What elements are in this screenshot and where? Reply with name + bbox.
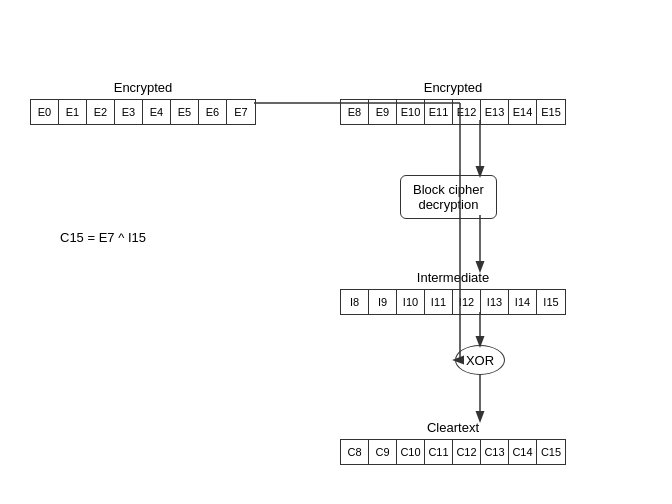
cell-e13: E13 xyxy=(481,100,509,124)
intermediate-group: Intermediate I8I9I10I11I12I13I14I15 xyxy=(340,270,566,315)
right-encrypted-cells: E8E9E10E11E12E13E14E15 xyxy=(340,99,566,125)
cell-c14: C14 xyxy=(509,440,537,464)
cell-e9: E9 xyxy=(369,100,397,124)
left-encrypted-label: Encrypted xyxy=(114,80,173,95)
cell-c15: C15 xyxy=(537,440,565,464)
cell-e12: E12 xyxy=(453,100,481,124)
cell-c13: C13 xyxy=(481,440,509,464)
cipher-block: Block cipher decryption xyxy=(400,175,497,219)
cipher-block-group: Block cipher decryption xyxy=(400,175,497,219)
cell-c11: C11 xyxy=(425,440,453,464)
arrows-svg xyxy=(0,0,672,504)
cipher-block-line1: Block cipher xyxy=(413,182,484,197)
cell-c10: C10 xyxy=(397,440,425,464)
cleartext-group: Cleartext C8C9C10C11C12C13C14C15 xyxy=(340,420,566,465)
cell-e11: E11 xyxy=(425,100,453,124)
cell-i9: I9 xyxy=(369,290,397,314)
cell-i8: I8 xyxy=(341,290,369,314)
cell-e5: E5 xyxy=(171,100,199,124)
cell-i15: I15 xyxy=(537,290,565,314)
cell-e10: E10 xyxy=(397,100,425,124)
cell-c8: C8 xyxy=(341,440,369,464)
cell-e2: E2 xyxy=(87,100,115,124)
cell-e7: E7 xyxy=(227,100,255,124)
xor-block: XOR xyxy=(455,345,505,375)
cell-i13: I13 xyxy=(481,290,509,314)
left-encrypted-group: Encrypted E0E1E2E3E4E5E6E7 xyxy=(30,80,256,125)
cell-i14: I14 xyxy=(509,290,537,314)
cell-e3: E3 xyxy=(115,100,143,124)
formula: C15 = E7 ^ I15 xyxy=(60,230,146,245)
xor-group: XOR xyxy=(455,345,505,375)
intermediate-label: Intermediate xyxy=(417,270,489,285)
right-encrypted-label: Encrypted xyxy=(424,80,483,95)
cell-i10: I10 xyxy=(397,290,425,314)
cell-i11: I11 xyxy=(425,290,453,314)
cell-c12: C12 xyxy=(453,440,481,464)
intermediate-cells: I8I9I10I11I12I13I14I15 xyxy=(340,289,566,315)
cell-e4: E4 xyxy=(143,100,171,124)
cell-i12: I12 xyxy=(453,290,481,314)
cell-e14: E14 xyxy=(509,100,537,124)
xor-label: XOR xyxy=(466,353,494,368)
cleartext-label: Cleartext xyxy=(427,420,479,435)
cipher-block-line2: decryption xyxy=(418,197,478,212)
left-encrypted-cells: E0E1E2E3E4E5E6E7 xyxy=(30,99,256,125)
right-encrypted-group: Encrypted E8E9E10E11E12E13E14E15 xyxy=(340,80,566,125)
cleartext-cells: C8C9C10C11C12C13C14C15 xyxy=(340,439,566,465)
cell-e0: E0 xyxy=(31,100,59,124)
cell-c9: C9 xyxy=(369,440,397,464)
cell-e6: E6 xyxy=(199,100,227,124)
cell-e8: E8 xyxy=(341,100,369,124)
cell-e15: E15 xyxy=(537,100,565,124)
cell-e1: E1 xyxy=(59,100,87,124)
diagram-container: Encrypted E0E1E2E3E4E5E6E7 Encrypted E8E… xyxy=(0,0,672,504)
